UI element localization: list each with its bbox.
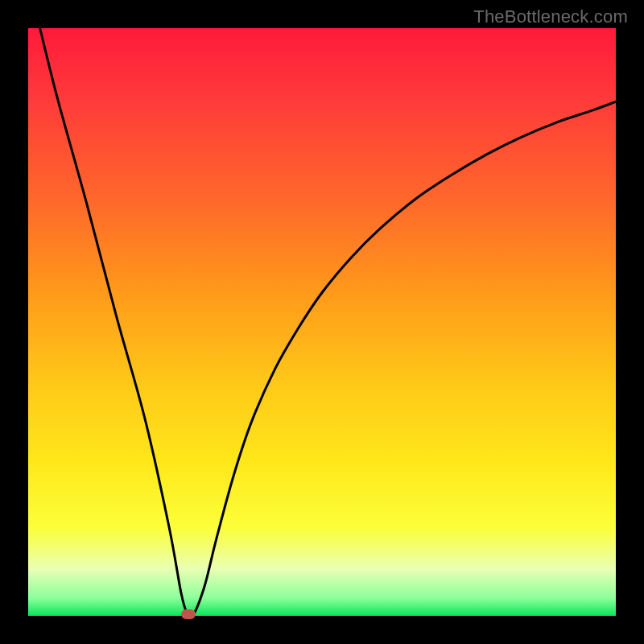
plot-area	[28, 28, 616, 616]
bottleneck-curve-path	[40, 28, 616, 618]
watermark-text: TheBottleneck.com	[473, 6, 628, 27]
chart-frame: TheBottleneck.com	[0, 0, 644, 644]
curve-svg	[28, 28, 616, 616]
min-marker	[181, 609, 196, 619]
